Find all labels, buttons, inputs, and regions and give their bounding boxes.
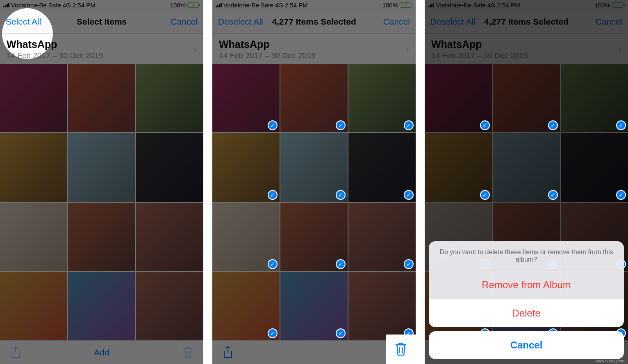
photo-thumbnail[interactable]: ✓ — [348, 64, 416, 132]
photo-thumbnail[interactable]: ✓ — [212, 64, 280, 132]
remove-from-album-button[interactable]: Remove from Album — [429, 271, 624, 299]
selected-check-icon: ✓ — [480, 190, 490, 200]
status-bar: Vodafone-Be Safe 4G 2:54 PM 100% ⚡ — [425, 0, 628, 10]
photo-thumbnail[interactable]: ✓ — [561, 133, 628, 201]
photo-thumbnail[interactable]: ✓ — [212, 203, 280, 271]
cancel-button[interactable]: Cancel — [577, 17, 622, 27]
photo-thumbnail[interactable]: ✓ — [425, 64, 492, 132]
battery-icon: ⚡ — [187, 2, 200, 8]
album-date-range: 14 Feb 2017 – 30 Dec 2019 — [7, 51, 103, 60]
selected-check-icon: ✓ — [268, 259, 278, 269]
album-date-range: 14 Feb 2017 – 30 Dec 2019 — [219, 51, 316, 60]
photo-thumbnail[interactable] — [136, 203, 203, 271]
chevron-right-icon: › — [406, 44, 409, 55]
nav-bar: Deselect All 4,277 Items Selected Cancel — [425, 10, 628, 34]
photo-thumbnail[interactable] — [0, 272, 67, 340]
bottom-toolbar: Add — [0, 340, 203, 364]
photo-thumbnail[interactable] — [136, 64, 203, 132]
chevron-right-icon: › — [618, 44, 621, 55]
delete-button[interactable]: Delete — [429, 299, 624, 327]
bottom-toolbar — [212, 340, 416, 364]
album-header[interactable]: WhatsApp 14 Feb 2017 – 30 Dec 2019 › — [0, 34, 203, 66]
select-all-button[interactable]: Select All — [6, 17, 51, 27]
photo-thumbnail[interactable] — [0, 64, 67, 132]
nav-bar: Select All Select Items Cancel — [0, 10, 203, 34]
nav-title: Select Items — [51, 17, 152, 27]
photo-thumbnail[interactable] — [68, 203, 135, 271]
photo-thumbnail[interactable]: ✓ — [212, 272, 280, 340]
battery-percentage: 100% — [170, 2, 186, 9]
chevron-right-icon: › — [193, 44, 197, 55]
photo-thumbnail[interactable] — [136, 133, 203, 201]
selected-check-icon: ✓ — [268, 190, 278, 200]
action-sheet-message: Do you want to delete these items or rem… — [429, 241, 624, 271]
time-label: 2:54 PM — [285, 2, 308, 9]
status-bar: Vodafone-Be Safe 4G 2:54 PM 100% ⚡ — [212, 0, 416, 10]
selected-check-icon: ✓ — [336, 190, 346, 200]
photo-thumbnail[interactable]: ✓ — [493, 133, 560, 201]
cancel-button[interactable]: Cancel — [152, 17, 198, 27]
signal-strength-icon — [428, 3, 434, 7]
selected-check-icon: ✓ — [548, 120, 558, 130]
carrier-label: Vodafone-Be Safe — [223, 2, 273, 9]
battery-percentage: 100% — [595, 2, 610, 9]
time-label: 2:54 PM — [73, 2, 96, 9]
selected-check-icon: ✓ — [480, 120, 490, 130]
selected-check-icon: ✓ — [404, 190, 414, 200]
selected-check-icon: ✓ — [336, 259, 346, 269]
photo-thumbnail[interactable]: ✓ — [280, 64, 348, 132]
photo-grid[interactable] — [0, 64, 203, 340]
album-header[interactable]: WhatsApp 14 Feb 2017 – 30 Dec 2019 › — [212, 34, 416, 66]
selected-check-icon: ✓ — [616, 120, 626, 130]
photo-thumbnail[interactable] — [0, 203, 67, 271]
photo-thumbnail[interactable] — [136, 272, 203, 340]
share-icon[interactable] — [220, 344, 236, 361]
selected-check-icon: ✓ — [268, 120, 278, 130]
photo-thumbnail[interactable] — [0, 133, 67, 201]
photo-thumbnail[interactable]: ✓ — [348, 133, 416, 201]
photo-thumbnail[interactable]: ✓ — [348, 272, 416, 340]
photo-thumbnail[interactable]: ✓ — [493, 64, 560, 132]
selected-check-icon: ✓ — [616, 190, 626, 200]
network-label: 4G — [63, 2, 71, 9]
battery-icon: ⚡ — [400, 2, 412, 8]
nav-title-selected-count: 4,277 Items Selected — [476, 17, 577, 27]
screen-items-selected: Vodafone-Be Safe 4G 2:54 PM 100% ⚡ Desel… — [212, 0, 416, 364]
deselect-all-button[interactable]: Deselect All — [218, 17, 263, 27]
nav-title-selected-count: 4,277 Items Selected — [263, 17, 365, 27]
signal-strength-icon — [3, 3, 9, 7]
album-title: WhatsApp — [431, 38, 528, 50]
deselect-all-button[interactable]: Deselect All — [430, 17, 476, 27]
photo-thumbnail[interactable]: ✓ — [561, 64, 628, 132]
network-label: 4G — [487, 2, 496, 9]
photo-thumbnail[interactable] — [68, 64, 135, 132]
nav-bar: Deselect All 4,277 Items Selected Cancel — [212, 10, 416, 34]
trash-icon — [394, 342, 407, 357]
screen-select-items: Vodafone-Be Safe 4G 2:54 PM 100% ⚡ Selec… — [0, 0, 203, 364]
selected-check-icon: ✓ — [336, 120, 346, 130]
photo-thumbnail[interactable]: ✓ — [425, 133, 492, 201]
photo-thumbnail[interactable]: ✓ — [212, 133, 280, 201]
photo-thumbnail[interactable]: ✓ — [280, 203, 348, 271]
photo-grid[interactable]: ✓ ✓ ✓ ✓ ✓ ✓ ✓ ✓ ✓ ✓ ✓ ✓ — [212, 64, 416, 340]
carrier-label: Vodafone-Be Safe — [11, 2, 61, 9]
add-button[interactable]: Add — [94, 348, 109, 357]
photo-thumbnail[interactable] — [68, 272, 135, 340]
selected-check-icon: ✓ — [404, 120, 414, 130]
cancel-button[interactable]: Cancel — [365, 17, 410, 27]
battery-percentage: 100% — [382, 2, 398, 9]
photo-thumbnail[interactable]: ✓ — [280, 272, 348, 340]
carrier-label: Vodafone-Be Safe — [436, 2, 486, 9]
share-icon — [7, 344, 24, 361]
screen-delete-sheet: Vodafone-Be Safe 4G 2:54 PM 100% ⚡ Desel… — [425, 0, 628, 364]
album-header[interactable]: WhatsApp 14 Feb 2017 – 30 Dec 2019 › — [425, 34, 628, 66]
trash-highlight-box[interactable] — [386, 335, 416, 364]
photo-thumbnail[interactable]: ✓ — [280, 133, 348, 201]
album-title: WhatsApp — [7, 38, 103, 50]
photo-thumbnail[interactable] — [68, 133, 135, 201]
photo-thumbnail[interactable]: ✓ — [348, 203, 416, 271]
action-sheet-cancel-button[interactable]: Cancel — [429, 331, 624, 359]
signal-strength-icon — [216, 3, 222, 7]
status-bar: Vodafone-Be Safe 4G 2:54 PM 100% ⚡ — [0, 0, 203, 10]
selected-check-icon: ✓ — [548, 190, 558, 200]
